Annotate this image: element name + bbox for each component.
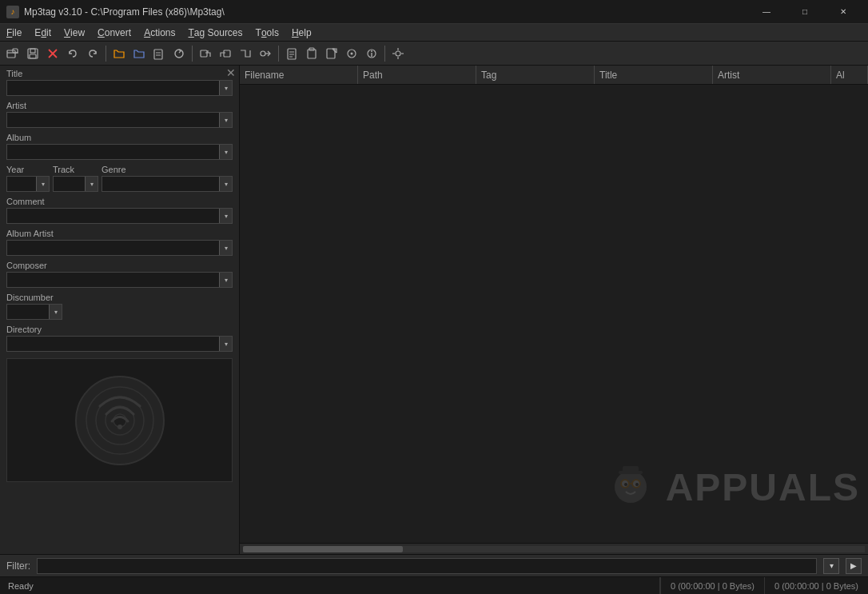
svg-point-10 xyxy=(175,50,183,58)
tb-undo[interactable] xyxy=(63,44,82,63)
tb-freedb[interactable] xyxy=(342,44,361,63)
tb-musicbrainz[interactable] xyxy=(362,44,381,63)
filter-label: Filter: xyxy=(6,560,30,572)
watermark-text: APPUALS xyxy=(666,465,860,509)
window-controls: — □ ✕ xyxy=(748,0,862,24)
tb-tag-filename[interactable] xyxy=(196,44,215,63)
comment-input[interactable] xyxy=(7,209,219,223)
artist-dropdown[interactable]: ▾ xyxy=(219,113,232,127)
tb-refresh[interactable] xyxy=(169,44,189,63)
menu-actions[interactable]: Actions xyxy=(137,24,181,42)
genre-dropdown[interactable]: ▾ xyxy=(219,177,232,191)
file-list-body[interactable]: APPUALS xyxy=(240,85,868,543)
status-ready: Ready xyxy=(0,581,659,591)
discnumber-field-group: Discnumber ▾ xyxy=(0,289,239,321)
album-artist-input[interactable] xyxy=(7,241,219,255)
title-input[interactable] xyxy=(7,81,219,95)
panel-resize-grip[interactable] xyxy=(236,66,239,554)
genre-input[interactable] xyxy=(102,177,219,191)
tb-open-dir2[interactable] xyxy=(129,44,149,63)
album-field-group: Album ▾ xyxy=(0,130,239,161)
svg-point-47 xyxy=(632,480,640,488)
tb-clipboard[interactable] xyxy=(302,44,321,63)
artist-input[interactable] xyxy=(7,113,219,127)
year-label: Year xyxy=(6,165,50,174)
panel-close-button[interactable]: ✕ xyxy=(226,67,236,78)
year-input[interactable] xyxy=(7,177,36,191)
tb-open-dir[interactable] xyxy=(109,44,129,63)
col-header-title[interactable]: Title xyxy=(595,66,713,84)
directory-input[interactable]: C:\Program Files (x86)\Mp3tag\ xyxy=(7,337,219,351)
menu-file[interactable]: File xyxy=(0,24,28,42)
tb-remove-tag[interactable] xyxy=(43,44,62,63)
menu-convert[interactable]: Convert xyxy=(91,24,137,42)
title-label: Title xyxy=(6,69,233,78)
svg-point-39 xyxy=(615,471,647,503)
discnumber-input[interactable] xyxy=(7,305,49,319)
discnumber-dropdown[interactable]: ▾ xyxy=(49,305,62,319)
tb-settings[interactable] xyxy=(388,44,408,63)
album-input-wrap: ▾ xyxy=(6,144,233,160)
svg-point-14 xyxy=(261,51,265,56)
tb-open-files[interactable] xyxy=(3,44,22,63)
directory-dropdown[interactable]: ▾ xyxy=(219,337,232,351)
album-artist-dropdown[interactable]: ▾ xyxy=(219,241,232,255)
right-panel: Filename Path Tag Title Artist Al xyxy=(240,66,868,554)
track-input-wrap: ▾ xyxy=(53,176,98,192)
tb-save[interactable] xyxy=(23,44,42,63)
composer-input[interactable] xyxy=(7,273,219,287)
filter-dropdown-button[interactable]: ▾ xyxy=(823,558,839,574)
hscroll-track[interactable] xyxy=(243,546,865,552)
maximize-button[interactable]: □ xyxy=(786,0,823,24)
col-header-artist[interactable]: Artist xyxy=(713,66,831,84)
discnumber-input-wrap: ▾ xyxy=(6,304,62,320)
artist-input-wrap: ▾ xyxy=(6,112,233,128)
close-button[interactable]: ✕ xyxy=(825,0,862,24)
col-header-path[interactable]: Path xyxy=(358,66,476,84)
year-dropdown[interactable]: ▾ xyxy=(36,177,49,191)
svg-rect-45 xyxy=(623,466,639,472)
year-input-wrap: ▾ xyxy=(6,176,50,192)
album-input[interactable] xyxy=(7,145,219,159)
watermark: APPUALS xyxy=(599,463,860,511)
svg-point-38 xyxy=(117,425,122,429)
tb-format[interactable] xyxy=(256,44,275,63)
svg-rect-20 xyxy=(308,50,316,58)
svg-rect-11 xyxy=(201,50,207,57)
col-header-filename[interactable]: Filename xyxy=(240,66,358,84)
menu-tools[interactable]: Tools xyxy=(249,24,285,42)
composer-dropdown[interactable]: ▾ xyxy=(219,273,232,287)
row-fields: Year ▾ Track ▾ Genre ▾ xyxy=(0,161,239,193)
title-input-wrap: ▾ xyxy=(6,80,233,96)
title-dropdown[interactable]: ▾ xyxy=(219,81,232,95)
filter-bar: Filter: ▾ ▶ xyxy=(0,554,868,576)
minimize-button[interactable]: — xyxy=(748,0,785,24)
svg-point-41 xyxy=(633,480,639,487)
filter-input[interactable] xyxy=(37,558,817,574)
filter-apply-button[interactable]: ▶ xyxy=(846,558,862,574)
menu-view[interactable]: View xyxy=(58,24,91,42)
year-field: Year ▾ xyxy=(6,165,50,192)
tb-playlist[interactable] xyxy=(149,44,169,63)
comment-dropdown[interactable]: ▾ xyxy=(219,209,232,223)
menu-tag-sources[interactable]: Tag Sources xyxy=(182,24,249,42)
track-dropdown[interactable]: ▾ xyxy=(85,177,98,191)
col-header-al[interactable]: Al xyxy=(831,66,868,84)
menubar: File Edit View Convert Actions Tag Sourc… xyxy=(0,24,868,42)
tb-filename-tag[interactable] xyxy=(216,44,235,63)
tb-export[interactable] xyxy=(322,44,341,63)
hscroll-thumb[interactable] xyxy=(243,546,403,552)
album-art-area[interactable] xyxy=(6,358,233,482)
col-header-tag[interactable]: Tag xyxy=(476,66,595,84)
svg-point-40 xyxy=(622,480,628,487)
tb-autopaste[interactable] xyxy=(282,44,301,63)
svg-point-26 xyxy=(371,50,372,52)
svg-rect-13 xyxy=(224,50,230,57)
tb-redo[interactable] xyxy=(83,44,102,63)
horizontal-scrollbar[interactable] xyxy=(240,543,868,554)
track-input[interactable] xyxy=(54,177,85,191)
menu-help[interactable]: Help xyxy=(285,24,318,42)
menu-edit[interactable]: Edit xyxy=(28,24,58,42)
album-dropdown[interactable]: ▾ xyxy=(219,145,232,159)
tb-tag-tag[interactable] xyxy=(236,44,255,63)
